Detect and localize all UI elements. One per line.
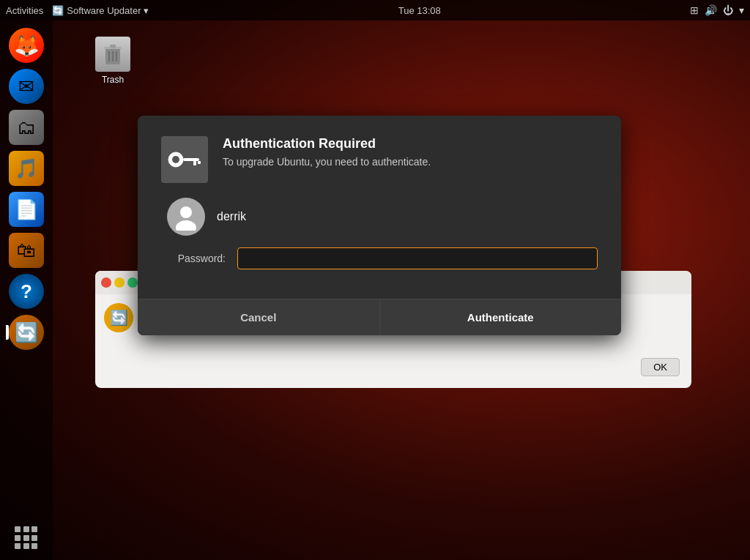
svg-point-7 [172,156,179,163]
svg-point-12 [176,220,196,231]
system-menu-arrow[interactable]: ▾ [739,4,744,16]
window-minimize-dot[interactable] [114,277,125,288]
bg-dialog-updater-icon: 🔄 [104,303,133,332]
grid-dot [31,526,37,532]
window-close-dot[interactable] [101,277,111,288]
sidebar-item-writer[interactable]: 📄 [9,192,44,227]
sidebar-item-firefox[interactable]: 🦊 [9,28,44,63]
sidebar-item-rhythmbox[interactable]: 🎵 [9,151,44,186]
password-input[interactable] [237,247,598,269]
user-avatar-icon [172,203,200,231]
topbar-app-arrow: ▾ [144,5,149,16]
power-icon[interactable]: ⏻ [723,4,733,16]
svg-point-11 [180,206,192,218]
topbar: Activities 🔄 Software Updater ▾ Tue 13:0… [0,0,750,20]
activities-button[interactable]: Activities [6,5,43,16]
grid-dot [23,543,29,549]
grid-dot [15,543,21,549]
volume-icon[interactable]: 🔊 [705,4,717,16]
network-icon[interactable]: ⊞ [690,4,699,16]
trash-icon-image [95,37,130,72]
auth-dialog-body: Authentication Required To upgrade Ubunt… [138,116,621,299]
grid-dot [23,526,29,532]
thunderbird-icon: ✉ [18,75,34,98]
trash-label: Trash [102,75,124,85]
firefox-icon: 🦊 [14,34,40,58]
sidebar-item-appstore[interactable]: 🛍 [9,233,44,268]
grid-dot [31,535,37,541]
auth-password-row: Password: [161,247,598,269]
bg-dialog-ok-button[interactable]: OK [641,358,680,376]
svg-rect-10 [198,161,201,164]
sidebar-item-help[interactable]: ? [9,274,44,309]
appstore-icon: 🛍 [17,239,36,262]
grid-dot [15,526,21,532]
authenticate-button[interactable]: Authenticate [380,299,622,335]
window-maximize-dot[interactable] [127,277,138,288]
auth-dialog-header: Authentication Required To upgrade Ubunt… [161,136,598,183]
auth-dialog-footer: Cancel Authenticate [138,299,621,335]
topbar-app-menu[interactable]: 🔄 Software Updater ▾ [52,5,149,16]
trash-desktop-icon[interactable]: Trash [95,37,130,85]
cancel-button[interactable]: Cancel [138,299,380,335]
key-icon-container [161,136,208,183]
grid-dot [15,535,21,541]
auth-user-row: derrik [161,198,598,236]
topbar-app-name: Software Updater [67,5,141,16]
password-label: Password: [167,253,226,264]
user-avatar [167,198,205,236]
trash-svg [101,41,125,67]
sidebar-item-thunderbird[interactable]: ✉ [9,69,44,104]
software-updater-icon: 🔄 [52,5,64,16]
grid-dot [31,543,37,549]
topbar-clock: Tue 13:08 [398,5,441,16]
sidebar-item-files[interactable]: 🗂 [9,110,44,145]
auth-dialog-title: Authentication Required [223,136,598,152]
auth-dialog: Authentication Required To upgrade Ubunt… [138,116,621,335]
key-icon [167,148,202,171]
sidebar-show-apps-button[interactable] [12,523,41,553]
rhythmbox-icon: 🎵 [15,157,38,180]
sidebar-dock: 🦊 ✉ 🗂 🎵 📄 🛍 ? 🔄 [0,20,53,560]
active-indicator [6,325,9,340]
files-icon: 🗂 [17,116,36,139]
grid-dot [23,535,29,541]
updates-icon: 🔄 [15,321,38,344]
help-icon: ? [21,280,32,303]
auth-title-block: Authentication Required To upgrade Ubunt… [223,136,598,168]
auth-dialog-subtitle: To upgrade Ubuntu, you need to authentic… [223,156,598,168]
svg-rect-9 [193,161,196,165]
username-label: derrik [217,210,246,223]
sidebar-item-updates[interactable]: 🔄 [9,315,44,350]
svg-rect-8 [183,158,199,161]
writer-icon: 📄 [15,198,38,221]
svg-rect-2 [110,45,116,48]
